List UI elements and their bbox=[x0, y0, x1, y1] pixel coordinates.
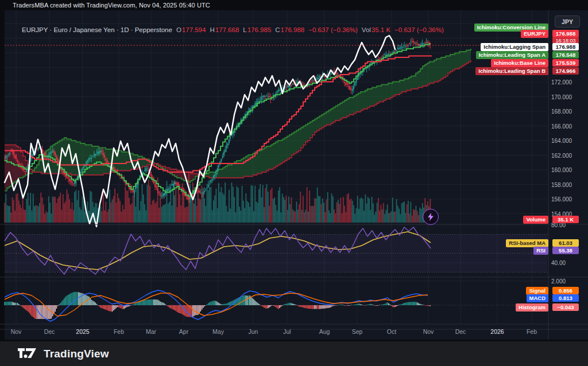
study-label-ichimoku-lagging[interactable]: Ichimoku:Lagging Span bbox=[481, 43, 548, 50]
axis-value-macd-signal: 0.856 bbox=[552, 287, 579, 294]
tradingview-chart-window: TradersMBA created with TradingView.com,… bbox=[0, 0, 588, 366]
credit-text: TradersMBA created with TradingView.com,… bbox=[13, 2, 210, 9]
lightning-icon bbox=[427, 213, 434, 221]
time-label-nov: Nov bbox=[423, 328, 434, 335]
axis-value-ichimoku-span-a: 176.548 bbox=[552, 51, 579, 59]
high-value: 177.668 bbox=[215, 26, 239, 33]
study-label-macd-histogram[interactable]: Histogram bbox=[516, 303, 548, 311]
time-label-sep: Sep bbox=[352, 328, 363, 335]
axis-value-symbol-price: 176.988 bbox=[552, 30, 579, 37]
symbol-title[interactable]: EURJPY · Euro / Japanese Yen · 1D · Pepp… bbox=[22, 26, 172, 33]
time-label-dec: Dec bbox=[455, 328, 466, 335]
study-label-text[interactable]: Histogram bbox=[516, 303, 548, 312]
brand-name[interactable]: TradingView bbox=[44, 348, 109, 360]
low-label: L bbox=[243, 26, 246, 33]
time-label-apr: Apr bbox=[179, 328, 188, 335]
time-label-feb: Feb bbox=[114, 328, 124, 335]
open-value: 177.594 bbox=[182, 26, 206, 33]
close-label: C bbox=[275, 26, 280, 33]
time-label-jun: Jun bbox=[249, 328, 258, 335]
study-label-text[interactable]: Volume bbox=[523, 216, 548, 224]
quick-trade-button[interactable] bbox=[423, 209, 439, 225]
study-label-ichimoku-span-b[interactable]: Ichimoku:Leading Span B bbox=[475, 67, 548, 75]
rsi-tick: 40.00 bbox=[551, 260, 586, 266]
time-label-nov: Nov bbox=[11, 328, 22, 335]
tradingview-logo-icon[interactable] bbox=[17, 346, 38, 361]
price-tick: 162.000 bbox=[551, 153, 586, 159]
price-tick: 172.000 bbox=[551, 79, 586, 85]
time-label-2026: 2026 bbox=[490, 328, 504, 335]
study-label-volume[interactable]: Volume bbox=[523, 216, 548, 223]
study-label-text[interactable]: Ichimoku:Lagging Span bbox=[481, 43, 548, 51]
open-label: O bbox=[176, 26, 181, 33]
study-label-text[interactable]: EURJPY bbox=[521, 30, 548, 38]
study-label-text[interactable]: Signal bbox=[526, 287, 548, 295]
volume-value: 35.1 K bbox=[372, 26, 390, 33]
axis-value-volume: 35.1 K bbox=[552, 216, 579, 223]
study-label-macd[interactable]: MACD bbox=[527, 294, 549, 302]
axis-value-rsi-ma: 61.03 bbox=[552, 239, 579, 247]
price-tick: 158.000 bbox=[551, 182, 586, 188]
time-label-feb: Feb bbox=[527, 328, 537, 335]
credit-bar: TradersMBA created with TradingView.com,… bbox=[0, 0, 588, 10]
axis-value-macd: 0.813 bbox=[552, 294, 579, 302]
volume-change: −0.637 (−0.36%) bbox=[394, 26, 444, 33]
chart-region: EURJPY · Euro / Japanese Yen · 1D · Pepp… bbox=[0, 10, 588, 340]
close-value: 176.988 bbox=[281, 26, 305, 33]
symbol-info-bar[interactable]: EURJPY · Euro / Japanese Yen · 1D · Pepp… bbox=[22, 25, 444, 34]
study-label-text[interactable]: Ichimoku:Leading Span A bbox=[476, 51, 548, 59]
study-label-ichimoku-base[interactable]: Ichimoku:Base Line bbox=[491, 59, 548, 67]
axis-value-ichimoku-lagging: 176.988 bbox=[552, 43, 579, 50]
axis-value-ichimoku-span-b: 174.966 bbox=[552, 67, 579, 75]
study-label-text[interactable]: Ichimoku:Leading Span B bbox=[475, 67, 548, 75]
study-label-text[interactable]: RSI bbox=[533, 247, 548, 255]
time-label-aug: Aug bbox=[319, 328, 330, 335]
price-tick: 170.000 bbox=[551, 94, 586, 100]
time-label-dec: Dec bbox=[44, 328, 55, 335]
price-tick: 168.000 bbox=[551, 108, 586, 115]
time-label-may: May bbox=[212, 328, 224, 335]
axis-value-ichimoku-base: 175.539 bbox=[552, 59, 579, 67]
macd-tick: 2.000 bbox=[551, 278, 586, 285]
study-label-text[interactable]: RSI-based MA bbox=[506, 239, 548, 247]
price-tick: 160.000 bbox=[551, 167, 586, 173]
price-tick: 166.000 bbox=[551, 123, 586, 130]
currency-unit-button[interactable]: JPY bbox=[555, 15, 580, 28]
high-label: H bbox=[210, 26, 214, 33]
time-label-jul: Jul bbox=[283, 328, 291, 335]
time-label-mar: Mar bbox=[146, 328, 156, 335]
volume-label: Vol bbox=[362, 26, 371, 33]
low-value: 176.985 bbox=[247, 26, 272, 33]
axis-value-rsi: 55.38 bbox=[552, 247, 579, 254]
axis-value-macd-histogram: −0.043 bbox=[552, 303, 579, 311]
study-label-text[interactable]: Ichimoku:Base Line bbox=[491, 59, 548, 67]
time-axis[interactable]: NovDec2025FebMarAprMayJunJulAugSepOctNov… bbox=[0, 324, 588, 340]
time-label-oct: Oct bbox=[387, 328, 396, 335]
change-value: −0.637 (−0.36%) bbox=[308, 26, 358, 33]
footer-bar: TradingView bbox=[0, 341, 588, 366]
study-label-rsi-ma[interactable]: RSI-based MA bbox=[506, 239, 548, 247]
study-label-rsi[interactable]: RSI bbox=[533, 247, 548, 254]
price-tick: 164.000 bbox=[551, 138, 586, 144]
price-tick: 156.000 bbox=[551, 196, 586, 203]
study-label-macd-signal[interactable]: Signal bbox=[526, 287, 548, 294]
study-label-text[interactable]: MACD bbox=[527, 294, 549, 302]
study-label-symbol-price[interactable]: EURJPY bbox=[521, 30, 548, 37]
time-label-2025: 2025 bbox=[76, 328, 89, 335]
study-label-ichimoku-span-a[interactable]: Ichimoku:Leading Span A bbox=[476, 51, 548, 59]
